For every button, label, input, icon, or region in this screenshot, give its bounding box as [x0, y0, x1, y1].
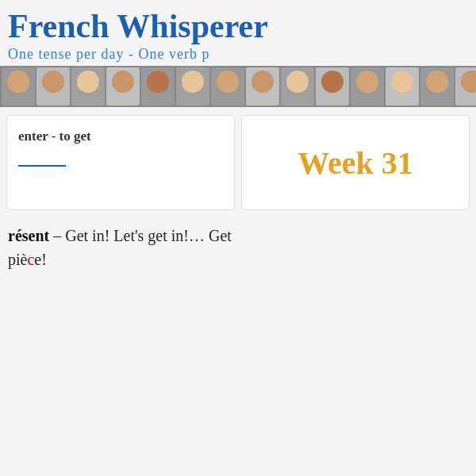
avatar-9	[281, 67, 314, 106]
site-subtitle: One tense per day - One verb p	[8, 46, 468, 63]
present-line: résent – Get in! Let's get in!… Get	[8, 225, 468, 247]
avatar-4	[106, 67, 140, 106]
avatar-3	[71, 67, 105, 106]
avatar-strip	[0, 66, 476, 107]
second-line: pièce!	[8, 248, 468, 271]
present-dash-text: – Get in! Let's get in!… Get	[49, 227, 232, 244]
avatar-11	[351, 67, 384, 106]
card-left: enter - to get	[6, 115, 235, 210]
present-bold: résent	[8, 227, 49, 244]
card-left-title: enter - to get	[18, 129, 223, 144]
avatar-8	[246, 67, 279, 106]
avatar-13	[420, 67, 454, 106]
piece-red-c: c	[27, 251, 34, 268]
avatar-12	[386, 67, 419, 106]
site-title: French Whisperer	[8, 8, 468, 44]
page-wrapper: French Whisperer One tense per day - One…	[0, 0, 476, 476]
bottom-text: résent – Get in! Let's get in!… Get pièc…	[0, 218, 476, 275]
piece-text-after: e!	[34, 251, 47, 268]
avatar-5	[141, 67, 175, 106]
avatar-10	[316, 67, 349, 106]
content-area: enter - to get Week 31	[0, 107, 476, 218]
week-label: Week 31	[298, 144, 413, 182]
avatar-2	[36, 67, 70, 106]
header: French Whisperer One tense per day - One…	[0, 0, 476, 66]
avatar-1	[2, 67, 35, 106]
card-right: Week 31	[241, 115, 470, 210]
verb-input[interactable]	[18, 151, 66, 167]
piece-text-before: piè	[8, 251, 27, 268]
avatar-6	[176, 67, 209, 106]
avatar-14	[455, 67, 476, 106]
card-input-row[interactable]	[18, 151, 223, 167]
avatar-7	[211, 67, 244, 106]
